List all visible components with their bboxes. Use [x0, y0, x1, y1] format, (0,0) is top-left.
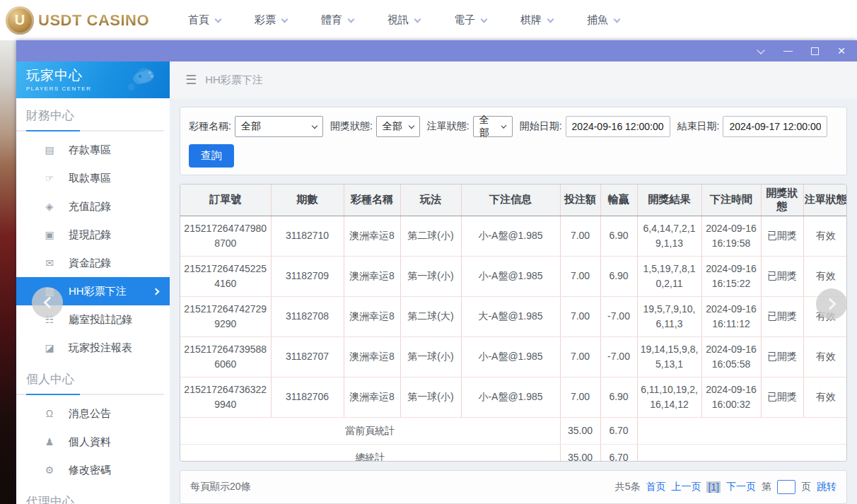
summary-cell: 35.00 — [560, 417, 600, 444]
summary-cell: 總統計 — [180, 444, 560, 462]
sidebar-item-password-gear[interactable]: ⚙修改密碼 — [16, 456, 170, 484]
table-cell: 19,5,7,9,10,6,11,3 — [637, 296, 701, 336]
sidebar-item-label: 廳室投註記錄 — [69, 313, 132, 327]
chevron-down-icon[interactable] — [755, 45, 766, 57]
sidebar: 玩家中心 PLAYERS CENTER 財務中心▤存款專區☞取款專區◈充值記錄▣… — [16, 61, 170, 504]
summary-cell: 當前頁統計 — [180, 417, 560, 444]
table-header-cell: 輸贏 — [600, 184, 637, 216]
table-cell: 7.00 — [560, 377, 600, 417]
sidebar-item-profile[interactable]: ♟個人資料 — [16, 428, 170, 456]
table-cell: 第二球(大) — [400, 296, 461, 336]
content-header: ☰ HH彩票下注 — [170, 61, 857, 98]
chevron-down-icon — [281, 16, 288, 23]
logo[interactable]: U USDT CASINO — [6, 6, 168, 35]
nav-item[interactable]: 體育 — [321, 13, 354, 27]
maximize-icon[interactable] — [809, 45, 820, 57]
filter-row: 彩種名稱: 全部 開獎狀態: 全部 注單狀態: 全部 開始日期: 結束日期: — [189, 116, 838, 137]
table-header-cell: 玩法 — [400, 184, 461, 216]
chevron-left-icon — [43, 297, 55, 309]
pager: 共5条 首页 上一页 [1] 下一页 第 页 跳转 — [615, 480, 836, 494]
deposit-icon: ▤ — [43, 144, 56, 156]
table-cell: 6,11,10,19,2,16,14,12 — [637, 377, 701, 417]
table-row: 215217264747980870031182710澳洲幸运8第二球(小)小-… — [180, 216, 847, 256]
summary-cell: 6.70 — [600, 444, 637, 462]
sidebar-item-player-report[interactable]: ◪玩家投注報表 — [16, 334, 170, 362]
background-photo — [0, 40, 16, 504]
table-cell: -7.00 — [600, 336, 637, 377]
sidebar-item-recharge-record[interactable]: ◈充值記錄 — [16, 192, 170, 221]
table-cell: 大-A盤@1.985 — [461, 296, 560, 336]
table-cell: 31182710 — [271, 216, 344, 256]
page-size-text: 每頁顯示20條 — [190, 481, 251, 493]
query-button[interactable]: 查詢 — [189, 144, 234, 168]
expand-right-arrow-button[interactable] — [816, 288, 847, 320]
chevron-right-icon — [824, 298, 836, 310]
table-cell: 小-A盤@1.985 — [461, 336, 560, 377]
jump-suffix-label: 页 — [801, 481, 811, 493]
table-cell: 第一球(小) — [400, 336, 461, 377]
sidebar-item-label: 充值記錄 — [69, 200, 111, 213]
table-cell: 2024-09-16 16:15:22 — [701, 256, 761, 296]
table-header-cell: 下注信息 — [461, 184, 560, 216]
jump-page-input[interactable] — [777, 480, 795, 494]
jump-action-link[interactable]: 跳转 — [817, 481, 836, 493]
nav-item[interactable]: 棋牌 — [520, 13, 553, 27]
table-cell: 有效 — [803, 336, 847, 377]
table-header-cell: 期數 — [271, 184, 344, 216]
player-center-window: × 玩家中心 PLAYERS CENTER 財務中心▤存款專區☞取款專區◈充值記… — [16, 40, 857, 504]
nav-item[interactable]: 捕魚 — [587, 13, 619, 27]
sidebar-item-withdraw[interactable]: ☞取款專區 — [16, 164, 170, 192]
chevron-down-icon — [414, 16, 421, 23]
order-status-value: 全部 — [479, 114, 497, 139]
table-header-cell: 注單狀態 — [803, 184, 847, 216]
lottery-name-select[interactable]: 全部 — [235, 116, 323, 137]
sidebar-item-withdrawal-record[interactable]: ▣提現記錄 — [16, 221, 170, 249]
table-cell: 6.90 — [600, 377, 637, 417]
chevron-down-icon — [614, 16, 621, 23]
nav-item[interactable]: 彩票 — [255, 13, 287, 27]
table-cell: 第一球(小) — [400, 377, 461, 417]
table-header-row: 訂單號期數彩種名稱玩法下注信息投注額輸贏開獎結果下注時間開獎狀態注單狀態 — [180, 184, 847, 216]
profile-icon: ♟ — [43, 436, 56, 447]
summary-row: 總統計35.006.70 — [180, 444, 847, 462]
nav-item[interactable]: 視訊 — [387, 13, 420, 27]
top-nav: U USDT CASINO 首頁彩票體育視訊電子棋牌捕魚 — [0, 0, 857, 40]
table-header-cell: 開獎狀態 — [761, 184, 803, 216]
table-cell: 31182707 — [271, 336, 344, 377]
end-date-label: 結束日期: — [677, 120, 720, 133]
nav-item[interactable]: 首頁 — [188, 13, 221, 27]
summary-cell: 6.70 — [600, 417, 637, 444]
sidebar-item-funds-record[interactable]: ✉資金記錄 — [16, 249, 170, 277]
order-status-select[interactable]: 全部 — [473, 116, 513, 137]
table-cell: 已開獎 — [761, 256, 803, 296]
nav-item[interactable]: 電子 — [454, 13, 486, 27]
table-cell: 2152172647452254160 — [180, 256, 271, 296]
sidebar-item-announcement-bell[interactable]: Ω消息公告 — [16, 399, 170, 428]
collapse-left-arrow-button[interactable] — [32, 287, 63, 318]
draw-status-label: 開獎狀態: — [330, 120, 373, 133]
table-cell: 7.00 — [560, 256, 600, 296]
table-row: 215217264736322994031182706澳洲幸运8第一球(小)小-… — [180, 377, 847, 417]
table-cell: 已開獎 — [761, 377, 803, 417]
table-header-cell: 訂單號 — [180, 184, 271, 216]
draw-status-select[interactable]: 全部 — [376, 116, 420, 137]
start-date-input[interactable] — [566, 116, 670, 137]
prev-page-link[interactable]: 上一页 — [671, 481, 701, 493]
first-page-link[interactable]: 首页 — [646, 481, 665, 493]
nav-item-label: 首頁 — [188, 13, 209, 27]
nav-item-label: 彩票 — [255, 13, 276, 27]
table-cell: 小-A盤@1.985 — [461, 216, 560, 256]
minimize-icon[interactable] — [782, 45, 793, 57]
hamburger-menu-icon[interactable]: ☰ — [185, 72, 197, 88]
next-page-link[interactable]: 下一页 — [726, 481, 756, 493]
order-status-label: 注單狀態: — [427, 120, 470, 133]
table-cell: 澳洲幸运8 — [344, 216, 400, 256]
table-cell: 澳洲幸运8 — [344, 336, 400, 377]
nav-item-label: 電子 — [454, 13, 475, 27]
sidebar-item-deposit[interactable]: ▤存款專區 — [16, 136, 170, 164]
close-icon[interactable]: × — [836, 45, 847, 57]
sidebar-section-title: 代理中心 — [16, 484, 170, 504]
end-date-input[interactable] — [723, 116, 827, 137]
summary-row: 當前頁統計35.006.70 — [180, 417, 847, 444]
chevron-down-icon — [348, 16, 355, 23]
